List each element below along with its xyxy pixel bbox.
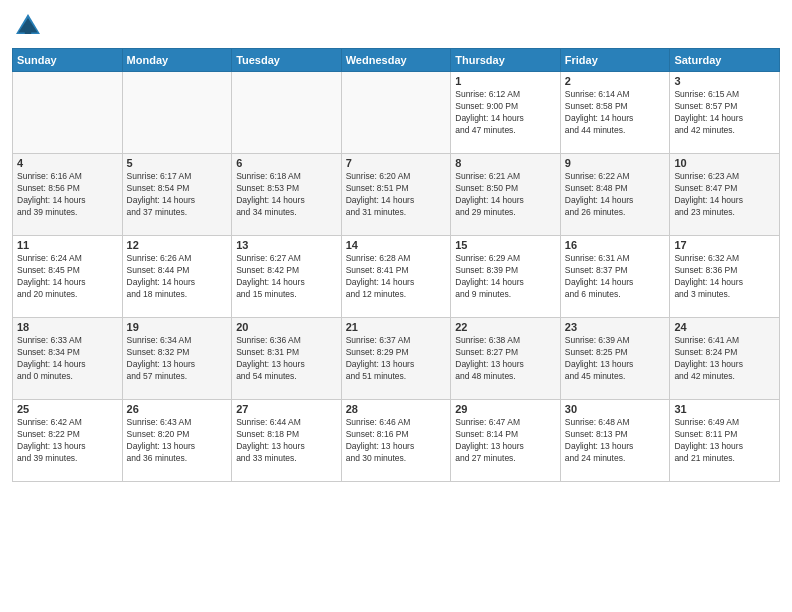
day-info: Sunrise: 6:44 AM Sunset: 8:18 PM Dayligh… — [236, 417, 337, 465]
day-info: Sunrise: 6:34 AM Sunset: 8:32 PM Dayligh… — [127, 335, 228, 383]
day-number: 12 — [127, 239, 228, 251]
day-number: 13 — [236, 239, 337, 251]
svg-rect-2 — [25, 24, 31, 34]
day-number: 14 — [346, 239, 447, 251]
header-cell-thursday: Thursday — [451, 49, 561, 72]
day-info: Sunrise: 6:28 AM Sunset: 8:41 PM Dayligh… — [346, 253, 447, 301]
day-cell — [341, 72, 451, 154]
day-number: 30 — [565, 403, 666, 415]
week-row-5: 25Sunrise: 6:42 AM Sunset: 8:22 PM Dayli… — [13, 400, 780, 482]
week-row-2: 4Sunrise: 6:16 AM Sunset: 8:56 PM Daylig… — [13, 154, 780, 236]
day-info: Sunrise: 6:43 AM Sunset: 8:20 PM Dayligh… — [127, 417, 228, 465]
day-cell: 19Sunrise: 6:34 AM Sunset: 8:32 PM Dayli… — [122, 318, 232, 400]
header-cell-sunday: Sunday — [13, 49, 123, 72]
day-cell: 18Sunrise: 6:33 AM Sunset: 8:34 PM Dayli… — [13, 318, 123, 400]
calendar-header: SundayMondayTuesdayWednesdayThursdayFrid… — [13, 49, 780, 72]
day-cell: 30Sunrise: 6:48 AM Sunset: 8:13 PM Dayli… — [560, 400, 670, 482]
day-info: Sunrise: 6:15 AM Sunset: 8:57 PM Dayligh… — [674, 89, 775, 137]
day-cell: 9Sunrise: 6:22 AM Sunset: 8:48 PM Daylig… — [560, 154, 670, 236]
day-cell: 6Sunrise: 6:18 AM Sunset: 8:53 PM Daylig… — [232, 154, 342, 236]
header-cell-monday: Monday — [122, 49, 232, 72]
day-number: 1 — [455, 75, 556, 87]
day-cell: 8Sunrise: 6:21 AM Sunset: 8:50 PM Daylig… — [451, 154, 561, 236]
day-number: 8 — [455, 157, 556, 169]
day-cell: 31Sunrise: 6:49 AM Sunset: 8:11 PM Dayli… — [670, 400, 780, 482]
header-cell-tuesday: Tuesday — [232, 49, 342, 72]
day-number: 18 — [17, 321, 118, 333]
day-cell: 10Sunrise: 6:23 AM Sunset: 8:47 PM Dayli… — [670, 154, 780, 236]
day-info: Sunrise: 6:33 AM Sunset: 8:34 PM Dayligh… — [17, 335, 118, 383]
day-info: Sunrise: 6:16 AM Sunset: 8:56 PM Dayligh… — [17, 171, 118, 219]
day-number: 24 — [674, 321, 775, 333]
day-cell: 1Sunrise: 6:12 AM Sunset: 9:00 PM Daylig… — [451, 72, 561, 154]
header-row: SundayMondayTuesdayWednesdayThursdayFrid… — [13, 49, 780, 72]
day-info: Sunrise: 6:38 AM Sunset: 8:27 PM Dayligh… — [455, 335, 556, 383]
day-info: Sunrise: 6:36 AM Sunset: 8:31 PM Dayligh… — [236, 335, 337, 383]
day-number: 16 — [565, 239, 666, 251]
day-cell: 5Sunrise: 6:17 AM Sunset: 8:54 PM Daylig… — [122, 154, 232, 236]
day-cell: 22Sunrise: 6:38 AM Sunset: 8:27 PM Dayli… — [451, 318, 561, 400]
day-info: Sunrise: 6:12 AM Sunset: 9:00 PM Dayligh… — [455, 89, 556, 137]
day-info: Sunrise: 6:47 AM Sunset: 8:14 PM Dayligh… — [455, 417, 556, 465]
logo — [12, 10, 48, 42]
day-number: 11 — [17, 239, 118, 251]
day-info: Sunrise: 6:26 AM Sunset: 8:44 PM Dayligh… — [127, 253, 228, 301]
day-cell: 3Sunrise: 6:15 AM Sunset: 8:57 PM Daylig… — [670, 72, 780, 154]
day-cell: 12Sunrise: 6:26 AM Sunset: 8:44 PM Dayli… — [122, 236, 232, 318]
day-cell: 21Sunrise: 6:37 AM Sunset: 8:29 PM Dayli… — [341, 318, 451, 400]
page-container: SundayMondayTuesdayWednesdayThursdayFrid… — [0, 0, 792, 492]
day-cell: 25Sunrise: 6:42 AM Sunset: 8:22 PM Dayli… — [13, 400, 123, 482]
day-number: 25 — [17, 403, 118, 415]
day-info: Sunrise: 6:20 AM Sunset: 8:51 PM Dayligh… — [346, 171, 447, 219]
week-row-4: 18Sunrise: 6:33 AM Sunset: 8:34 PM Dayli… — [13, 318, 780, 400]
day-cell: 26Sunrise: 6:43 AM Sunset: 8:20 PM Dayli… — [122, 400, 232, 482]
day-number: 9 — [565, 157, 666, 169]
day-cell: 14Sunrise: 6:28 AM Sunset: 8:41 PM Dayli… — [341, 236, 451, 318]
day-info: Sunrise: 6:27 AM Sunset: 8:42 PM Dayligh… — [236, 253, 337, 301]
day-number: 15 — [455, 239, 556, 251]
day-number: 2 — [565, 75, 666, 87]
day-cell — [122, 72, 232, 154]
day-number: 28 — [346, 403, 447, 415]
day-number: 7 — [346, 157, 447, 169]
day-cell: 27Sunrise: 6:44 AM Sunset: 8:18 PM Dayli… — [232, 400, 342, 482]
day-number: 17 — [674, 239, 775, 251]
day-info: Sunrise: 6:32 AM Sunset: 8:36 PM Dayligh… — [674, 253, 775, 301]
day-cell: 23Sunrise: 6:39 AM Sunset: 8:25 PM Dayli… — [560, 318, 670, 400]
day-cell: 28Sunrise: 6:46 AM Sunset: 8:16 PM Dayli… — [341, 400, 451, 482]
day-info: Sunrise: 6:42 AM Sunset: 8:22 PM Dayligh… — [17, 417, 118, 465]
logo-icon — [12, 10, 44, 42]
day-info: Sunrise: 6:41 AM Sunset: 8:24 PM Dayligh… — [674, 335, 775, 383]
day-info: Sunrise: 6:23 AM Sunset: 8:47 PM Dayligh… — [674, 171, 775, 219]
day-info: Sunrise: 6:46 AM Sunset: 8:16 PM Dayligh… — [346, 417, 447, 465]
day-cell: 20Sunrise: 6:36 AM Sunset: 8:31 PM Dayli… — [232, 318, 342, 400]
day-info: Sunrise: 6:22 AM Sunset: 8:48 PM Dayligh… — [565, 171, 666, 219]
day-number: 10 — [674, 157, 775, 169]
day-number: 21 — [346, 321, 447, 333]
day-number: 23 — [565, 321, 666, 333]
day-number: 5 — [127, 157, 228, 169]
day-cell: 16Sunrise: 6:31 AM Sunset: 8:37 PM Dayli… — [560, 236, 670, 318]
day-info: Sunrise: 6:17 AM Sunset: 8:54 PM Dayligh… — [127, 171, 228, 219]
day-number: 22 — [455, 321, 556, 333]
day-number: 29 — [455, 403, 556, 415]
day-cell: 15Sunrise: 6:29 AM Sunset: 8:39 PM Dayli… — [451, 236, 561, 318]
day-info: Sunrise: 6:18 AM Sunset: 8:53 PM Dayligh… — [236, 171, 337, 219]
day-info: Sunrise: 6:24 AM Sunset: 8:45 PM Dayligh… — [17, 253, 118, 301]
calendar-body: 1Sunrise: 6:12 AM Sunset: 9:00 PM Daylig… — [13, 72, 780, 482]
day-cell: 13Sunrise: 6:27 AM Sunset: 8:42 PM Dayli… — [232, 236, 342, 318]
day-number: 31 — [674, 403, 775, 415]
day-info: Sunrise: 6:39 AM Sunset: 8:25 PM Dayligh… — [565, 335, 666, 383]
day-number: 4 — [17, 157, 118, 169]
day-info: Sunrise: 6:48 AM Sunset: 8:13 PM Dayligh… — [565, 417, 666, 465]
day-cell: 7Sunrise: 6:20 AM Sunset: 8:51 PM Daylig… — [341, 154, 451, 236]
day-cell: 11Sunrise: 6:24 AM Sunset: 8:45 PM Dayli… — [13, 236, 123, 318]
day-info: Sunrise: 6:31 AM Sunset: 8:37 PM Dayligh… — [565, 253, 666, 301]
day-number: 27 — [236, 403, 337, 415]
calendar-table: SundayMondayTuesdayWednesdayThursdayFrid… — [12, 48, 780, 482]
header — [12, 10, 780, 42]
header-cell-saturday: Saturday — [670, 49, 780, 72]
day-info: Sunrise: 6:49 AM Sunset: 8:11 PM Dayligh… — [674, 417, 775, 465]
header-cell-wednesday: Wednesday — [341, 49, 451, 72]
day-info: Sunrise: 6:37 AM Sunset: 8:29 PM Dayligh… — [346, 335, 447, 383]
